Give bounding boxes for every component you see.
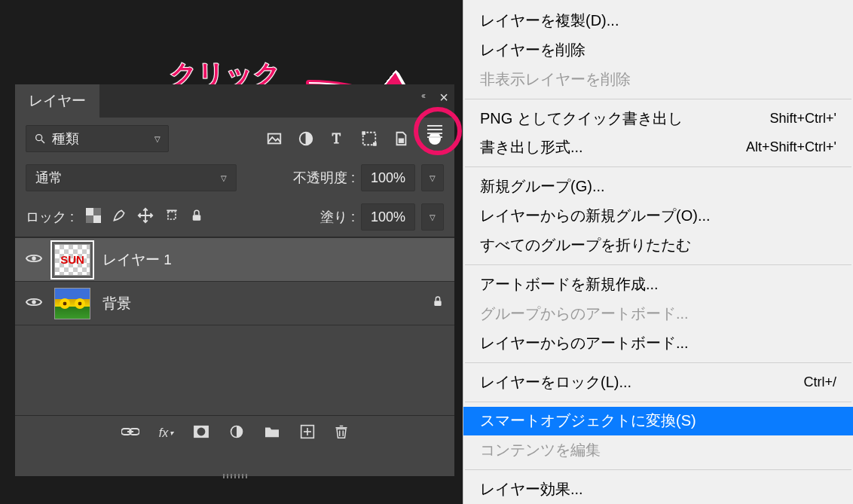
lock-fill-row: ロック : 塗り : 100% ▽ (15, 197, 454, 237)
panel-resize-handle[interactable] (223, 474, 247, 478)
layer-filter-dropdown[interactable]: 種類 ▽ (26, 125, 169, 152)
search-icon (34, 133, 46, 145)
hamburger-icon (427, 125, 442, 138)
fill-label: 塗り : (320, 208, 355, 226)
blend-mode-value: 通常 (35, 169, 63, 187)
menu-item[interactable]: レイヤーを削除 (463, 35, 853, 65)
chevron-down-icon: ▽ (221, 174, 227, 182)
menu-separator (465, 402, 851, 402)
menu-item[interactable]: 書き出し形式...Alt+Shift+Ctrl+' (463, 133, 853, 163)
menu-item-label: レイヤーをロック(L)... (480, 372, 631, 393)
new-group-button[interactable] (264, 425, 280, 441)
svg-line-2 (41, 140, 44, 143)
lock-label: ロック : (26, 208, 74, 226)
opacity-label: 不透明度 : (293, 169, 355, 187)
svg-text:T: T (332, 131, 341, 146)
link-layers-button[interactable] (121, 426, 139, 441)
opacity-value[interactable]: 100% (361, 164, 415, 191)
menu-item: コンテンツを編集 (463, 435, 853, 465)
svg-rect-11 (93, 215, 101, 223)
menu-item[interactable]: レイヤーからのアートボード... (463, 328, 853, 358)
menu-item-shortcut: Alt+Shift+Ctrl+' (746, 139, 836, 155)
svg-rect-14 (168, 212, 176, 219)
blend-mode-dropdown[interactable]: 通常 ▽ (26, 164, 237, 191)
layer-name[interactable]: レイヤー 1 (102, 250, 444, 270)
panel-menu-button[interactable] (421, 118, 448, 145)
opacity-dropdown-button[interactable]: ▽ (421, 164, 444, 191)
svg-rect-7 (362, 132, 365, 135)
menu-item[interactable]: 新規グループ(G)... (463, 172, 853, 201)
delete-layer-button[interactable] (335, 424, 348, 442)
blend-opacity-row: 通常 ▽ 不透明度 : 100% ▽ (15, 158, 454, 197)
lock-all-icon[interactable] (190, 208, 203, 227)
chevron-down-icon: ▾ (170, 429, 173, 437)
visibility-toggle[interactable] (26, 295, 42, 312)
menu-item-label: 書き出し形式... (480, 137, 583, 157)
menu-item[interactable]: レイヤーを複製(D)... (463, 6, 853, 35)
chevron-down-icon: ▽ (430, 213, 436, 221)
menu-item-label: スマートオブジェクトに変換(S) (480, 411, 696, 431)
add-mask-button[interactable] (193, 425, 209, 441)
menu-item-shortcut: Shift+Ctrl+' (770, 111, 836, 127)
menu-item-label: レイヤーからのアートボード... (480, 333, 689, 353)
menu-item-label: PNG としてクイック書き出し (480, 108, 683, 129)
layer-list-empty (15, 325, 454, 415)
panel-tab-layers[interactable]: レイヤー (15, 84, 99, 118)
svg-point-1 (36, 135, 42, 141)
layer-effects-button[interactable]: fx ▾ (159, 426, 173, 440)
layer-thumbnail[interactable]: SUN (54, 244, 90, 276)
layers-panel: レイヤー ‹‹ × 種類 ▽ (15, 84, 454, 476)
menu-item[interactable]: レイヤー効果... (463, 475, 853, 504)
layers-context-menu: レイヤーを複製(D)...レイヤーを削除非表示レイヤーを削除PNG としてクイッ… (463, 0, 853, 504)
menu-item[interactable]: PNG としてクイック書き出しShift+Ctrl+' (463, 104, 853, 133)
svg-point-18 (32, 300, 36, 304)
lock-position-icon[interactable] (137, 207, 154, 228)
add-adjustment-button[interactable] (229, 424, 244, 442)
layer-name[interactable]: 背景 (102, 294, 420, 313)
menu-item[interactable]: スマートオブジェクトに変換(S) (463, 407, 853, 436)
panel-header: レイヤー ‹‹ × (15, 84, 454, 118)
new-layer-button[interactable] (300, 424, 315, 442)
svg-rect-13 (86, 215, 93, 223)
filter-type-icon[interactable]: T (329, 130, 346, 147)
thumb-text: SUN (60, 253, 84, 266)
lock-pixels-icon[interactable] (112, 208, 127, 227)
panel-collapse-button[interactable]: ‹‹ (421, 90, 424, 101)
menu-separator (465, 264, 851, 265)
menu-item-label: レイヤーを削除 (480, 40, 585, 60)
fill-dropdown-button[interactable]: ▽ (421, 203, 444, 231)
menu-item[interactable]: レイヤーをロック(L)...Ctrl+/ (463, 368, 853, 397)
lock-transparency-icon[interactable] (86, 208, 101, 227)
menu-item-label: アートボードを新規作成... (480, 274, 659, 295)
lock-artboard-icon[interactable] (164, 208, 179, 227)
menu-item: グループからのアートボード... (463, 299, 853, 328)
layer-row[interactable]: SUN レイヤー 1 (15, 237, 454, 281)
menu-item-label: 新規グループ(G)... (480, 176, 605, 197)
filter-shape-icon[interactable] (361, 130, 378, 147)
svg-rect-8 (374, 143, 377, 146)
svg-rect-16 (193, 215, 201, 221)
layer-list: SUN レイヤー 1 背景 (15, 237, 454, 415)
menu-item[interactable]: すべてのグループを折りたたむ (463, 231, 853, 260)
menu-item-label: グループからのアートボード... (480, 304, 689, 324)
menu-separator (465, 99, 851, 99)
filter-adjustment-icon[interactable] (298, 130, 314, 147)
panel-close-button[interactable]: × (439, 89, 448, 106)
menu-item[interactable]: レイヤーからの新規グループ(O)... (463, 201, 853, 231)
menu-item[interactable]: アートボードを新規作成... (463, 270, 853, 299)
fx-label: fx (159, 426, 168, 440)
layer-thumbnail[interactable] (54, 288, 90, 319)
svg-point-17 (32, 256, 36, 261)
fill-value[interactable]: 100% (361, 203, 415, 231)
menu-item-label: レイヤーからの新規グループ(O)... (480, 206, 711, 226)
menu-item-label: すべてのグループを折りたたむ (480, 235, 691, 255)
filter-smartobject-icon[interactable] (393, 130, 409, 147)
menu-item-shortcut: Ctrl+/ (803, 374, 836, 390)
menu-separator (465, 469, 851, 470)
filter-pixel-icon[interactable] (266, 130, 283, 147)
svg-rect-10 (86, 208, 93, 215)
visibility-toggle[interactable] (26, 252, 42, 268)
chevron-down-icon: ▽ (154, 135, 161, 143)
layer-row[interactable]: 背景 (15, 281, 454, 325)
menu-item-label: 非表示レイヤーを削除 (480, 69, 631, 90)
